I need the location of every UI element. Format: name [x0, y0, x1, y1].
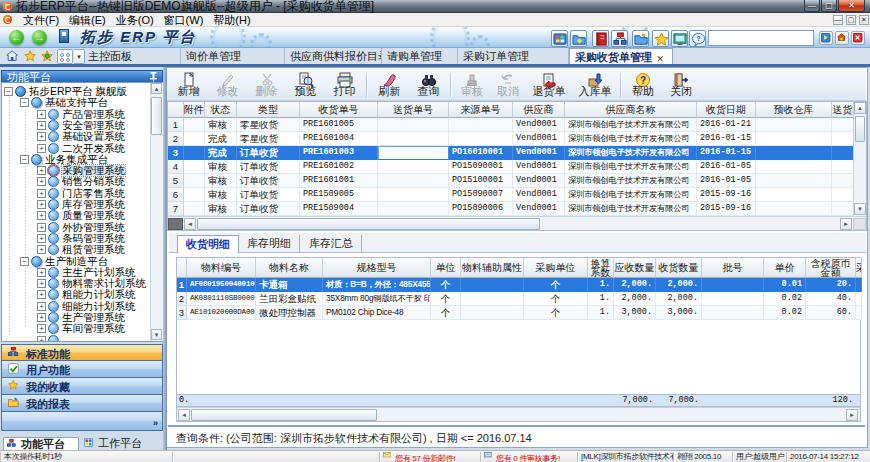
column-header-来源单号[interactable]: 来源单号: [449, 102, 513, 118]
scroll-down-icon[interactable]: ▼: [854, 203, 866, 215]
menu-item-1[interactable]: 编辑(E): [64, 13, 111, 27]
cell[interactable]: [378, 160, 449, 174]
cell[interactable]: [832, 118, 854, 132]
column-header-物料名称[interactable]: 物料名称: [256, 258, 323, 278]
cell[interactable]: Vend0001: [513, 160, 565, 174]
cell[interactable]: 3,000.: [656, 306, 702, 320]
tree-item-产品管理系统[interactable]: +产品管理系统: [2, 109, 150, 120]
column-header-换算系数[interactable]: 换算系数: [588, 258, 614, 278]
cell[interactable]: 兰田彩盒贴纸: [256, 292, 323, 306]
red-book-button[interactable]: [592, 30, 609, 47]
cell[interactable]: 个: [431, 292, 461, 306]
cell[interactable]: 审核: [205, 160, 237, 174]
cell[interactable]: PRE1509005: [300, 188, 378, 202]
expand-icon[interactable]: +: [37, 234, 46, 243]
cell[interactable]: [756, 202, 832, 216]
star-button[interactable]: [652, 30, 669, 47]
cell[interactable]: 1: [168, 118, 184, 132]
cell[interactable]: [184, 160, 205, 174]
cell[interactable]: 完成: [205, 146, 237, 160]
menu-item-4[interactable]: 帮助(H): [208, 13, 255, 27]
cell[interactable]: [702, 278, 764, 292]
column-header-预收仓库[interactable]: 预收仓库: [756, 102, 832, 118]
cell[interactable]: [184, 174, 205, 188]
scroll-left-icon[interactable]: ◄: [178, 409, 190, 421]
collapse-icon[interactable]: −: [20, 257, 29, 266]
expand-icon[interactable]: +: [37, 189, 46, 198]
cell[interactable]: 2015-09-16: [697, 202, 756, 216]
toolbar-button-退货单[interactable]: 退货单: [526, 70, 572, 100]
window-layout-button[interactable]: [57, 49, 73, 64]
cell[interactable]: 深圳市领创电子技术开发有限公司: [565, 146, 697, 160]
cell[interactable]: 订单收货: [237, 160, 300, 174]
cell[interactable]: [856, 306, 862, 320]
cell[interactable]: PO15090006: [449, 202, 513, 216]
cell[interactable]: [449, 118, 513, 132]
tree-item-销售分销系统[interactable]: +销售分销系统: [2, 176, 150, 187]
favorite-star-button[interactable]: [24, 50, 38, 64]
expand-icon[interactable]: +: [37, 268, 46, 277]
add-favorite-button[interactable]: [41, 50, 55, 64]
toolbar-button-关闭[interactable]: 关闭: [662, 70, 700, 100]
help-balloon-button[interactable]: ?: [689, 30, 706, 47]
forward-button[interactable]: →: [32, 30, 47, 45]
column-header-采[interactable]: 采: [856, 258, 862, 278]
cell[interactable]: [756, 174, 832, 188]
scroll-right-icon[interactable]: ►: [840, 218, 852, 230]
cell[interactable]: Vend0001: [513, 188, 565, 202]
cell[interactable]: [756, 160, 832, 174]
cell[interactable]: 订单收货: [237, 174, 300, 188]
tree-scrollbar[interactable]: ▲▼: [150, 83, 163, 341]
cell[interactable]: [184, 118, 205, 132]
banner-search-input[interactable]: [708, 30, 814, 46]
column-header-附件[interactable]: 附件: [184, 102, 205, 118]
cell[interactable]: [461, 292, 524, 306]
cell[interactable]: 6: [168, 188, 184, 202]
tab-close-icon[interactable]: ✕: [656, 51, 664, 64]
sidebar-item-用户功能[interactable]: 用户功能: [1, 361, 163, 378]
cell[interactable]: 2015-09-16: [697, 188, 756, 202]
cell[interactable]: [756, 146, 832, 160]
expand-icon[interactable]: +: [37, 223, 46, 232]
cell[interactable]: Vend0001: [513, 174, 565, 188]
dashboard-button[interactable]: [551, 30, 568, 47]
orders-hscrollbar[interactable]: ◄►: [168, 216, 866, 230]
cell[interactable]: PRE1601005: [300, 118, 378, 132]
cell[interactable]: 深圳市领创电子技术开发有限公司: [565, 188, 697, 202]
tree-item-二次开发系统[interactable]: +二次开发系统: [2, 143, 150, 154]
tree-item-partial[interactable]: +: [2, 335, 150, 342]
cell[interactable]: 2,000.: [614, 278, 656, 292]
cell[interactable]: 60.: [806, 306, 856, 320]
cell[interactable]: 4: [168, 160, 184, 174]
home-button[interactable]: [6, 50, 20, 64]
cell[interactable]: AK0801110SB0000: [187, 292, 256, 306]
cell[interactable]: 2016-01-21: [697, 118, 756, 132]
cell[interactable]: [449, 132, 513, 146]
tree-item-外协管理系统[interactable]: +外协管理系统: [2, 222, 150, 233]
cell[interactable]: 完成: [205, 132, 237, 146]
cell[interactable]: 1: [177, 278, 187, 292]
maximize-button[interactable]: ▢: [821, 0, 837, 12]
tab-供应商供料报价目录[interactable]: 供应商供料报价目录: [285, 48, 382, 64]
close-red-button[interactable]: [851, 31, 865, 45]
column-header-单位[interactable]: 单位: [431, 258, 461, 278]
cell[interactable]: 0.02: [764, 306, 806, 320]
expand-icon[interactable]: +: [37, 245, 46, 254]
column-header-送货[interactable]: 送货: [832, 102, 854, 118]
cell[interactable]: PO16010001: [449, 146, 513, 160]
cell[interactable]: [756, 132, 832, 146]
cell[interactable]: [832, 174, 854, 188]
scroll-thumb[interactable]: [197, 218, 540, 230]
tab-采购订单管理[interactable]: 采购订单管理: [458, 48, 569, 64]
cell[interactable]: [184, 202, 205, 216]
chevron-more-icon[interactable]: »: [153, 418, 158, 428]
cell[interactable]: 2,000.: [614, 292, 656, 306]
cell[interactable]: [461, 278, 524, 292]
column-header[interactable]: [177, 258, 187, 278]
toolbar-button-查询[interactable]: 查询: [409, 70, 448, 100]
toolbar-button-刷新[interactable]: 刷新: [370, 70, 409, 100]
toolbar-button-入库单[interactable]: 入库单: [572, 70, 618, 100]
toolbar-button-新增[interactable]: 新增: [169, 70, 208, 100]
expand-icon[interactable]: +: [37, 302, 46, 311]
column-header-采购单位[interactable]: 采购单位: [524, 258, 588, 278]
